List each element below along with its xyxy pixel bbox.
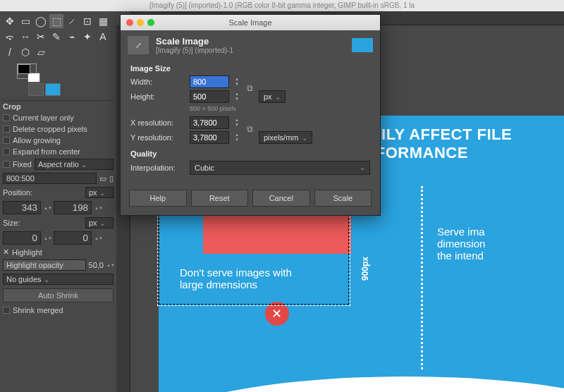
fg-color-swatch[interactable] <box>18 64 30 74</box>
chk-shrink-merged[interactable] <box>3 307 10 314</box>
lbl-fixed: Fixed <box>13 160 32 169</box>
scale-button[interactable]: Scale <box>314 190 372 207</box>
tool-ellipse-select[interactable]: ◯ <box>34 14 48 28</box>
tool-options-header: Crop <box>3 100 114 112</box>
dialog-titlebar[interactable]: Scale Image <box>121 15 380 30</box>
reset-button[interactable]: Reset <box>191 190 249 207</box>
bg-color-swatch[interactable] <box>27 73 40 82</box>
window-zoom-icon[interactable] <box>147 19 154 26</box>
lbl-current-layer: Current layer only <box>13 114 74 122</box>
brush-preview[interactable] <box>28 83 44 96</box>
spin-icon[interactable]: ▲▼ <box>44 206 51 210</box>
lbl-position: Position: <box>3 188 32 197</box>
tool-gradient[interactable]: ▱ <box>34 45 48 59</box>
chevron-down-icon: ⌄ <box>302 134 307 142</box>
width-spinner[interactable]: ▲▼ <box>233 75 240 88</box>
chk-fixed[interactable] <box>3 161 10 168</box>
tool-rect-select[interactable]: ▭ <box>18 14 32 28</box>
help-button[interactable]: Help <box>129 190 187 207</box>
tool-crop[interactable]: ⬚ <box>49 14 63 28</box>
link-chain-icon[interactable]: ⧉ <box>245 124 255 134</box>
left-caption: Don't serve images withlarge dmensions <box>180 267 374 290</box>
lbl-allow-growing: Allow growing <box>13 136 61 145</box>
color-swatches[interactable] <box>17 63 37 79</box>
chk-allow-growing[interactable] <box>3 137 10 144</box>
spin-icon[interactable]: ▲▼ <box>94 206 102 210</box>
section-image-size: Image Size <box>130 64 370 73</box>
yres-label: Y resolution: <box>130 133 185 142</box>
height-input[interactable] <box>190 90 229 103</box>
wave-graphic <box>145 376 564 392</box>
size-w-input[interactable] <box>3 231 41 245</box>
interpolation-select[interactable]: Cubic⌄ <box>190 161 370 175</box>
width-input[interactable] <box>190 75 229 88</box>
spin-icon[interactable]: ▲▼ <box>106 263 114 267</box>
size-hint: 800 × 500 pixels <box>190 105 370 112</box>
xres-input[interactable] <box>190 116 229 129</box>
guides-select[interactable]: No guides ⌄ <box>3 274 114 285</box>
app-titlebar: [Imagify (5)] (imported)-1.0 (RGB color … <box>0 0 564 11</box>
fixed-mode-select[interactable]: Aspect ratio ⌄ <box>35 159 114 170</box>
dialog-window-title: Scale Image <box>121 18 380 27</box>
tool-grid: ✥ ▭ ◯ ⬚ ⟋ ⊡ ▦ ⤽ ↔ ✂ ✎ ⌁ ✦ A / ⬡ ▱ <box>3 14 114 59</box>
tool-rotate[interactable]: ⤽ <box>3 30 17 44</box>
auto-shrink-button[interactable]: Auto Shrink <box>3 288 114 302</box>
tool-free-select[interactable]: ⟋ <box>65 14 79 28</box>
window-minimize-icon[interactable] <box>137 19 144 26</box>
tool-move[interactable]: ✥ <box>3 14 17 28</box>
chk-delete-cropped[interactable] <box>3 125 10 133</box>
pattern-preview[interactable] <box>45 83 61 96</box>
chevron-down-icon: ⌄ <box>99 189 105 197</box>
rotated-label: 900px <box>360 257 370 281</box>
xres-spinner[interactable]: ▲▼ <box>233 116 240 129</box>
tool-fuzzy-select[interactable]: ⊡ <box>80 14 94 28</box>
tool-path[interactable]: / <box>3 45 17 59</box>
width-label: Width: <box>130 78 185 86</box>
tool-heal[interactable]: ✦ <box>80 30 94 44</box>
orient-landscape-icon[interactable]: ▭ <box>99 174 106 183</box>
toolbox-panel: ✥ ▭ ◯ ⬚ ⟋ ⊡ ▦ ⤽ ↔ ✂ ✎ ⌁ ✦ A / ⬡ ▱ <box>0 11 116 392</box>
chk-expand-center[interactable] <box>3 148 10 155</box>
highlight-opacity-value: 50,0 <box>89 261 104 269</box>
size-unit-select[interactable]: px ⌄ <box>85 217 114 228</box>
cancel-button[interactable]: Cancel <box>252 190 310 207</box>
orient-portrait-icon[interactable]: ▯ <box>109 174 114 183</box>
chk-highlight[interactable]: ✕ <box>3 247 9 257</box>
chevron-down-icon: ⌄ <box>81 161 87 169</box>
spin-icon[interactable]: ▲▼ <box>94 236 102 240</box>
spin-icon[interactable]: ▲▼ <box>44 236 51 240</box>
lbl-shrink-merged: Shrink merged <box>13 306 63 314</box>
size-h-input[interactable] <box>54 231 92 245</box>
lbl-highlight: Highlight <box>12 248 42 257</box>
tool-scissors[interactable]: ✂ <box>34 30 48 44</box>
height-spinner[interactable]: ▲▼ <box>233 90 240 103</box>
scale-image-dialog: Scale Image ⤢ Scale Image [Imagify (5)] … <box>120 14 381 216</box>
chk-current-layer[interactable] <box>3 114 10 121</box>
chevron-down-icon: ⌄ <box>275 93 281 101</box>
yres-input[interactable] <box>190 131 229 144</box>
window-close-icon[interactable] <box>126 19 133 26</box>
tool-bucket[interactable]: ⬡ <box>18 45 32 59</box>
interp-label: Interpolation: <box>130 164 185 172</box>
vertical-divider <box>421 186 423 369</box>
xres-label: X resolution: <box>130 118 185 127</box>
chevron-down-icon: ⌄ <box>360 164 365 172</box>
pos-y-input[interactable] <box>54 201 92 214</box>
res-unit-select[interactable]: pixels/mm⌄ <box>259 131 312 144</box>
tool-paintbrush[interactable]: ✎ <box>49 30 63 44</box>
yres-spinner[interactable]: ▲▼ <box>233 131 240 144</box>
height-label: Height: <box>130 92 185 101</box>
size-unit-select[interactable]: px⌄ <box>259 90 286 103</box>
pos-unit-select[interactable]: px ⌄ <box>85 187 114 198</box>
lbl-expand-center: Expand from center <box>13 147 80 156</box>
lbl-delete-cropped: Delete cropped pixels <box>13 125 87 133</box>
lbl-size: Size: <box>3 219 20 227</box>
tool-flip[interactable]: ↔ <box>18 30 32 44</box>
highlight-opacity-slider[interactable]: Highlight opacity <box>3 259 86 271</box>
tool-by-color[interactable]: ▦ <box>96 14 110 28</box>
tool-pencil[interactable]: ⌁ <box>65 30 79 44</box>
pos-x-input[interactable] <box>3 201 41 214</box>
tool-text[interactable]: A <box>96 30 110 44</box>
link-chain-icon[interactable]: ⧉ <box>245 83 255 93</box>
ratio-input[interactable]: 800:500 <box>3 173 97 184</box>
